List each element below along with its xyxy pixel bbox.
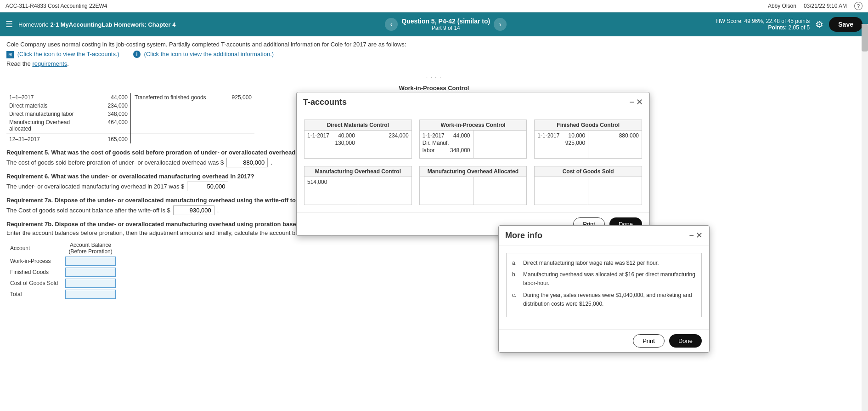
next-question-button[interactable]: ›	[494, 18, 507, 31]
finished-goods-taccount: Finished Goods Control 1-1-2017 10,000 9…	[534, 120, 642, 159]
additional-info-icon-link[interactable]: i (Click the icon to view the additional…	[133, 51, 274, 58]
t-accounts-modal-title: T-accounts	[303, 97, 347, 107]
item-a-text: Direct manufacturing labor wage rate was…	[523, 259, 659, 268]
requirements-link[interactable]: requirements	[32, 60, 67, 67]
table-row: 1-1-2017 10,000	[537, 132, 585, 139]
mfg-overhead-control-credit	[358, 177, 411, 205]
additional-info-link[interactable]: (Click the icon to view the additional i…	[144, 51, 274, 57]
table-row: 1-1-2017 44,000	[423, 132, 470, 139]
t-accounts-close-button[interactable]: ✕	[636, 97, 643, 107]
scrollbar-thumb[interactable]	[862, 24, 868, 51]
question-info: Question 5, P4-42 (similar to) Part 9 of…	[401, 17, 490, 31]
more-info-modal-controls: − ✕	[689, 230, 703, 240]
table-header-row: Account Account Balance(Before Proration…	[6, 241, 119, 256]
table-row: 234,000	[361, 132, 409, 139]
mfg-overhead-allocated-body	[420, 177, 527, 205]
table-row: Direct materials 234,000	[6, 102, 254, 110]
acct-wip-input[interactable]	[65, 257, 116, 266]
finished-goods-body: 1-1-2017 10,000 925,000 880,000	[535, 131, 642, 158]
wip-taccount-title: Work-in-Process Control	[6, 85, 862, 91]
list-item: b. Manufacturing overhead was allocated …	[512, 270, 696, 288]
req6-answer-input[interactable]	[187, 182, 228, 191]
t-accounts-modal-body: Direct Materials Control 1-1-2017 40,000…	[297, 112, 649, 212]
score-block: HW Score: 49.96%, 22.48 of 45 points ✓ P…	[716, 18, 810, 31]
col-balance-header: Account Balance(Before Proration)	[62, 241, 119, 256]
finished-goods-debit: 1-1-2017 10,000 925,000	[535, 131, 588, 158]
t-accounts-modal: T-accounts − ✕ Direct Materials Control …	[296, 92, 650, 236]
more-info-close-button[interactable]: ✕	[696, 230, 703, 240]
mfg-overhead-allocated-name: Manufacturing Overhead Allocated	[420, 166, 527, 177]
save-button[interactable]: Save	[829, 17, 862, 32]
item-b-label: b.	[512, 270, 519, 288]
scrollbar[interactable]	[862, 24, 868, 304]
item-c-text: During the year, sales revenues were $1,…	[523, 291, 696, 304]
more-info-modal: More info − ✕ a. Direct manufacturing la…	[498, 225, 710, 304]
table-row: labor 348,000	[423, 147, 470, 154]
menu-icon[interactable]: ☰	[6, 19, 13, 29]
wip-taccount-table: 1–1–2017 44,000 Transferred to finished …	[6, 93, 254, 143]
grid-icon: ⊞	[6, 51, 14, 58]
acct-total-label: Total	[6, 289, 62, 300]
table-row: 514,000	[307, 179, 355, 185]
list-item: a. Direct manufacturing labor wage rate …	[512, 259, 696, 268]
mfg-overhead-control-name: Manufacturing Overhead Control	[304, 166, 411, 177]
question-intro: Cole Company uses normal costing in its …	[6, 41, 862, 48]
mfg-overhead-control-body: 514,000	[304, 177, 411, 205]
mfg-overhead-allocated-taccount: Manufacturing Overhead Allocated	[419, 166, 527, 205]
direct-materials-debit: 1-1-2017 40,000 130,000	[304, 131, 358, 158]
req5-answer-input[interactable]	[226, 158, 268, 167]
table-row: Finished Goods	[6, 267, 119, 278]
more-info-content: a. Direct manufacturing labor wage rate …	[506, 253, 702, 304]
mfg-overhead-allocated-credit	[473, 177, 527, 205]
acct-fg-input[interactable]	[65, 268, 116, 277]
cogs-credit	[588, 177, 642, 205]
mfg-overhead-control-taccount: Manufacturing Overhead Control 514,000	[304, 166, 412, 205]
gear-icon[interactable]: ⚙	[815, 19, 823, 30]
account-balance-table: Account Account Balance(Before Proration…	[6, 241, 119, 300]
finished-goods-credit: 880,000	[588, 131, 642, 158]
table-row: 1-1-2017 40,000	[307, 132, 355, 139]
info-icon: i	[133, 51, 141, 58]
table-row: Total	[6, 289, 119, 300]
divider-1	[6, 71, 862, 71]
wip-debit: 1-1-2017 44,000 Dir. Manuf. labor 348,00…	[420, 131, 473, 158]
item-b-text: Manufacturing overhead was allocated at …	[523, 270, 696, 288]
col-account-header: Account	[6, 241, 62, 256]
direct-materials-taccount: Direct Materials Control 1-1-2017 40,000…	[304, 120, 412, 159]
wip-name: Work-in-Process Control	[420, 120, 527, 131]
req7a-answer-input[interactable]	[173, 206, 214, 215]
direct-materials-body: 1-1-2017 40,000 130,000 234,000	[304, 131, 411, 158]
mfg-overhead-allocated-debit	[420, 177, 473, 205]
table-row: Dir. Manuf.	[423, 140, 470, 146]
item-a-label: a.	[512, 259, 519, 268]
acct-cogs-input[interactable]	[65, 279, 116, 288]
direct-materials-credit: 234,000	[358, 131, 411, 158]
item-c-label: c.	[512, 291, 519, 304]
table-row: 1–1–2017 44,000 Transferred to finished …	[6, 93, 254, 102]
table-row: 12–31–2017 165,000	[6, 135, 254, 143]
nav-bar: ☰ Homework: 2-1 MyAccountingLab Homework…	[0, 12, 868, 36]
help-icon[interactable]: ?	[854, 2, 862, 10]
cogs-name: Cost of Goods Sold	[535, 166, 642, 177]
table-row: 880,000	[591, 132, 639, 139]
more-info-minimize-button[interactable]: −	[689, 231, 694, 240]
finished-goods-name: Finished Goods Control	[535, 120, 642, 131]
table-row: 130,000	[307, 140, 355, 146]
t-accounts-link[interactable]: (Click the icon to view the T-accounts.)	[17, 51, 119, 57]
t-accounts-modal-header: T-accounts − ✕	[297, 92, 649, 112]
t-accounts-row-1: Direct Materials Control 1-1-2017 40,000…	[304, 120, 642, 159]
cogs-taccount: Cost of Goods Sold	[534, 166, 642, 205]
table-row: Manufacturing Overhead allocated 464,000	[6, 118, 254, 133]
read-requirements: Read the requirements.	[6, 60, 862, 67]
modal-controls: − ✕	[629, 97, 643, 107]
more-info-modal-body: a. Direct manufacturing labor wage rate …	[499, 245, 709, 304]
direct-materials-name: Direct Materials Control	[304, 120, 411, 131]
more-info-modal-title: More info	[505, 231, 542, 240]
t-accounts-minimize-button[interactable]: −	[629, 97, 634, 107]
user-name: Abby Olson	[768, 3, 796, 9]
collapse-handle[interactable]: · · · ·	[6, 75, 862, 80]
acct-total-input[interactable]	[65, 290, 116, 299]
list-item: c. During the year, sales revenues were …	[512, 291, 696, 304]
prev-question-button[interactable]: ‹	[385, 18, 398, 31]
t-accounts-icon-link[interactable]: ⊞ (Click the icon to view the T-accounts…	[6, 51, 119, 58]
